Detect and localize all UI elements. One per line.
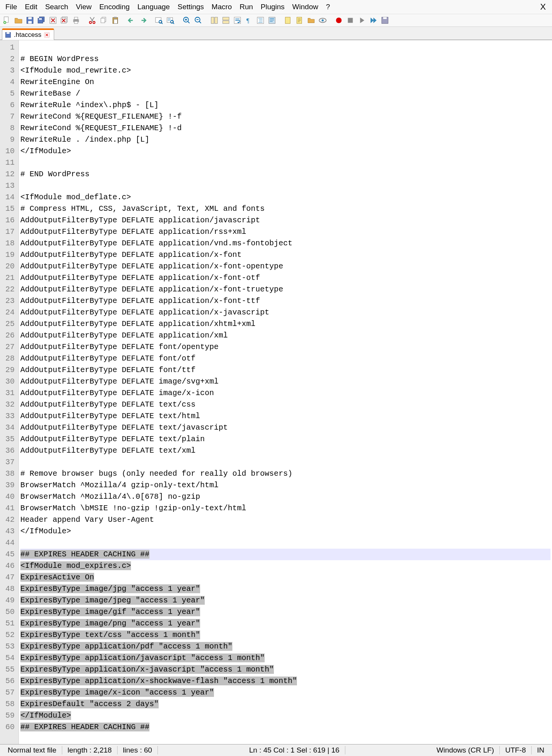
record-macro-icon[interactable] [334, 16, 343, 25]
svg-rect-20 [114, 19, 117, 23]
svg-rect-23 [167, 18, 173, 23]
svg-rect-3 [28, 17, 31, 20]
menu-file[interactable]: File [2, 2, 21, 12]
svg-rect-27 [211, 17, 214, 24]
svg-rect-4 [28, 21, 31, 23]
show-all-chars-icon[interactable]: ¶ [244, 16, 254, 25]
save-macro-icon[interactable] [380, 16, 390, 25]
window-close-icon[interactable]: X [535, 1, 550, 13]
save-icon[interactable] [25, 16, 35, 25]
sync-vscroll-icon[interactable] [210, 16, 219, 25]
menu-view[interactable]: View [72, 2, 96, 12]
line-number-gutter: 1234567891011121314151617181920212223242… [0, 40, 19, 744]
monitoring-icon[interactable] [318, 16, 327, 25]
tab-close-icon[interactable] [44, 32, 50, 38]
status-bar: Normal text file length : 2,218 lines : … [0, 744, 552, 756]
svg-rect-35 [285, 17, 290, 24]
toolbar: ¶ [0, 14, 552, 27]
close-all-icon[interactable] [60, 16, 69, 25]
open-folder-icon[interactable] [14, 16, 23, 25]
status-insert-mode[interactable]: IN [532, 746, 550, 754]
redo-icon[interactable] [138, 16, 148, 25]
svg-rect-30 [223, 21, 229, 23]
svg-rect-28 [215, 17, 217, 24]
svg-rect-29 [223, 17, 229, 20]
editor[interactable]: 1234567891011121314151617181920212223242… [0, 40, 552, 744]
new-file-icon[interactable] [2, 16, 12, 25]
tab-label: .htaccess [14, 31, 41, 39]
menu-window[interactable]: Window [288, 2, 322, 12]
menu-bar: File Edit Search View Encoding Language … [0, 0, 552, 14]
code-area[interactable]: # BEGIN WordPress<IfModule mod_rewrite.c… [19, 40, 552, 744]
svg-rect-19 [114, 17, 116, 18]
menu-run[interactable]: Run [236, 2, 257, 12]
svg-rect-40 [348, 18, 353, 23]
print-icon[interactable] [71, 16, 81, 25]
close-file-icon[interactable] [48, 16, 58, 25]
status-encoding[interactable]: UTF-8 [500, 746, 532, 754]
undo-icon[interactable] [127, 16, 136, 25]
folder-workspace-icon[interactable] [307, 16, 316, 25]
menu-help[interactable]: ? [322, 2, 334, 12]
svg-text:¶: ¶ [247, 17, 250, 24]
svg-rect-12 [74, 17, 78, 20]
tab-htaccess[interactable]: .htaccess [2, 28, 54, 40]
status-filetype: Normal text file [2, 746, 62, 754]
svg-rect-44 [7, 32, 10, 34]
stop-macro-icon[interactable] [346, 16, 355, 25]
menu-settings[interactable]: Settings [174, 2, 208, 12]
zoom-out-icon[interactable] [194, 16, 203, 25]
svg-rect-17 [101, 18, 105, 23]
wordwrap-icon[interactable] [233, 16, 242, 25]
file-icon [5, 31, 12, 38]
play-macro-icon[interactable] [357, 16, 366, 25]
zoom-in-icon[interactable] [182, 16, 191, 25]
svg-rect-34 [269, 17, 275, 24]
svg-rect-13 [74, 22, 78, 24]
save-all-icon[interactable] [37, 16, 46, 25]
menu-plugins[interactable]: Plugins [257, 2, 288, 12]
doc-map-icon[interactable] [283, 16, 293, 25]
status-eol[interactable]: Windows (CR LF) [431, 746, 500, 754]
menu-search[interactable]: Search [41, 2, 72, 12]
paste-icon[interactable] [111, 16, 120, 25]
indent-guide-icon[interactable] [256, 16, 265, 25]
svg-rect-7 [39, 18, 42, 20]
svg-rect-21 [156, 18, 161, 23]
tab-bar: .htaccess [0, 27, 552, 40]
status-position: Ln : 45 Col : 1 Sel : 619 | 16 [244, 746, 345, 754]
menu-edit[interactable]: Edit [21, 2, 41, 12]
menu-encoding[interactable]: Encoding [95, 2, 133, 12]
status-length: length : 2,218 [62, 746, 118, 754]
user-lang-icon[interactable] [267, 16, 277, 25]
svg-rect-42 [383, 17, 386, 19]
svg-point-39 [336, 18, 342, 23]
func-list-icon[interactable] [295, 16, 304, 25]
status-lines: lines : 60 [118, 746, 158, 754]
sync-hscroll-icon[interactable] [221, 16, 230, 25]
replace-icon[interactable] [166, 16, 175, 25]
play-multi-icon[interactable] [369, 16, 378, 25]
svg-point-38 [322, 19, 324, 22]
menu-language[interactable]: Language [134, 2, 174, 12]
cut-icon[interactable] [88, 16, 97, 25]
copy-icon[interactable] [99, 16, 108, 25]
menu-macro[interactable]: Macro [208, 2, 236, 12]
find-icon[interactable] [154, 16, 164, 25]
